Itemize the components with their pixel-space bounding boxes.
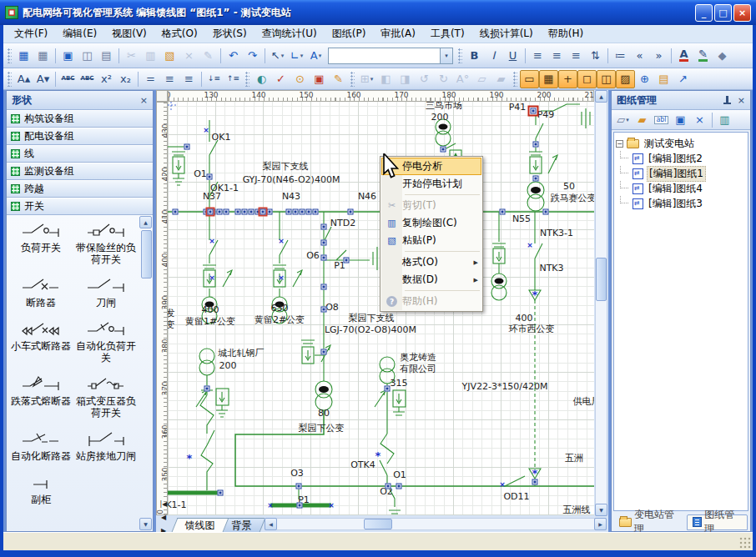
line-spacing-15-icon[interactable]: ≡ (160, 70, 179, 88)
delete-sheet-icon[interactable]: × (690, 111, 709, 129)
selection-handle[interactable] (207, 174, 213, 180)
selection-handle[interactable] (249, 209, 255, 215)
selection-handle[interactable] (321, 240, 327, 246)
zoom-icon[interactable]: ⊕ (635, 70, 654, 88)
selection-handle[interactable] (218, 490, 224, 496)
grid-toggle-icon[interactable]: ▦ (539, 70, 558, 88)
redo-icon[interactable]: ↷ (243, 47, 262, 65)
menu-item-4[interactable]: 形状(S) (205, 25, 255, 43)
selection-handle[interactable] (173, 209, 179, 215)
menu-item-2[interactable]: 视图(V) (104, 25, 154, 43)
panel-tab-0[interactable]: 变电站管理 (614, 514, 685, 530)
selection-handle-red[interactable] (208, 209, 214, 215)
shape-item-fused-load-switch[interactable]: 带保险丝的负荷开关 (73, 222, 139, 265)
vscroll-thumb[interactable] (596, 258, 607, 301)
guides-toggle-icon[interactable]: + (558, 70, 577, 88)
fill-color-icon[interactable]: ◆ (713, 47, 732, 65)
space-before-icon[interactable]: ↓≡ (204, 70, 224, 88)
context-menu-item-4[interactable]: ▥复制绘图(C) (381, 214, 481, 232)
shape-group-4[interactable]: 跨越 (7, 180, 153, 198)
search-icon[interactable]: ⊙ (290, 70, 310, 88)
tree-item-0[interactable]: [编辑]图纸2 (616, 151, 746, 166)
selection-handle[interactable] (242, 209, 248, 215)
menu-item-9[interactable]: 线损计算(L) (472, 25, 541, 43)
tree-item-2[interactable]: [编辑]图纸4 (616, 181, 746, 196)
toolbar-grip[interactable] (245, 72, 249, 87)
menu-item-5[interactable]: 查询统计(U) (255, 25, 325, 43)
selection-handle[interactable] (386, 484, 391, 489)
shape-item-load-switch[interactable]: 负荷开关 (8, 222, 73, 265)
scroll-left-icon[interactable]: ◀ (265, 518, 277, 530)
minimize-button[interactable]: _ (695, 4, 713, 22)
indent-increase-icon[interactable]: » (649, 47, 668, 65)
bold-icon[interactable]: B (465, 47, 484, 65)
menu-item-1[interactable]: 编辑(E) (55, 25, 104, 43)
context-menu-item-7[interactable]: 格式(O)▶ (381, 253, 481, 271)
strikethrough-icon[interactable]: ABC (58, 70, 78, 88)
print-icon[interactable]: ▤ (97, 47, 116, 65)
properties-icon[interactable]: ▤ (654, 70, 673, 88)
selection-handle[interactable] (441, 147, 446, 153)
shape-group-1[interactable]: 配电设备组 (7, 128, 153, 145)
shape-item-ground-knife[interactable]: 站房接地刀闸 (73, 430, 139, 462)
context-menu-item-8[interactable]: 数据(D)▶ (381, 271, 481, 289)
shape-item-auto-breaker[interactable]: 自动化断路器 (8, 430, 73, 462)
toolbar-grip[interactable] (350, 72, 355, 87)
menu-item-8[interactable]: 工具(T) (423, 25, 472, 43)
font-increase-icon[interactable]: A▴ (14, 70, 33, 88)
menu-item-7[interactable]: 审批(A) (373, 25, 423, 43)
selection-handle[interactable] (532, 479, 538, 485)
tree-item-3[interactable]: [编辑]图纸3 (616, 196, 746, 211)
toolbar-grip[interactable] (458, 48, 462, 63)
selection-handle[interactable] (306, 209, 312, 215)
selection-handle[interactable] (321, 224, 327, 230)
shape-item-knife-switch[interactable]: 刀闸 (73, 277, 139, 309)
space-after-icon[interactable]: ↑≡ (224, 70, 243, 88)
hscroll-thumb[interactable] (364, 519, 392, 529)
selection-toggle-icon[interactable]: ◻ (577, 70, 597, 88)
save-icon[interactable]: ▣ (58, 47, 78, 65)
selection-handle[interactable] (224, 209, 229, 215)
shapes-scroll-thumb[interactable] (141, 230, 152, 278)
selection-handle[interactable] (344, 258, 350, 263)
selection-handle[interactable] (267, 209, 273, 215)
new-drawing-icon[interactable]: ▦ (14, 47, 33, 65)
panel-tab-1[interactable]: 图纸管理 (687, 514, 748, 530)
tree-expand-icon[interactable]: − (616, 140, 623, 148)
toolbar-grip[interactable] (513, 72, 517, 87)
shape-item-breaker[interactable]: 断路器 (8, 277, 73, 309)
selection-handle[interactable] (385, 386, 391, 392)
copy-sheet-icon[interactable]: ▣ (671, 111, 690, 129)
maximize-button[interactable]: □ (714, 4, 732, 22)
subscript-icon[interactable]: x₂ (116, 70, 135, 88)
history-icon[interactable]: ◐ (252, 70, 271, 88)
tree-item-1[interactable]: [编辑]图纸1 (616, 166, 746, 181)
selected-shape-handle[interactable] (531, 108, 537, 114)
selection-handle[interactable] (321, 255, 327, 261)
sync-station-icon[interactable]: ▥ (715, 111, 734, 129)
menu-item-0[interactable]: 文件(F) (7, 25, 55, 43)
superscript-icon[interactable]: x² (97, 70, 116, 88)
font-decrease-icon[interactable]: A▾ (33, 70, 53, 88)
text-tool-icon[interactable]: A▾ (306, 47, 325, 65)
selection-handle[interactable] (321, 349, 327, 355)
bullets-icon[interactable]: ≔ (611, 47, 630, 65)
selection-handle[interactable] (396, 484, 402, 489)
undo-icon[interactable]: ↶ (224, 47, 243, 65)
double-strikethrough-icon[interactable]: ABC (78, 70, 97, 88)
report-table-icon[interactable]: ▦ (33, 47, 53, 65)
open-sheet-icon[interactable]: ▰ (633, 111, 652, 129)
align-center-icon[interactable]: ≡ (547, 47, 567, 65)
resize-grip[interactable] (739, 537, 751, 549)
shape-group-3[interactable]: 监测设备组 (7, 163, 153, 180)
selection-handle[interactable] (543, 209, 549, 215)
line-spacing-2-icon[interactable]: ≡ (179, 70, 199, 88)
connector-tool-icon[interactable]: ∟▾ (287, 47, 306, 65)
indent-decrease-icon[interactable]: « (630, 47, 649, 65)
print-preview-icon[interactable]: ◫ (78, 47, 97, 65)
line-spacing-1-icon[interactable]: = (141, 70, 160, 88)
shape-group-2[interactable]: 线 (7, 145, 153, 163)
selection-handle[interactable] (500, 209, 506, 215)
selection-handle[interactable] (348, 209, 354, 215)
selection-handle[interactable] (313, 209, 319, 215)
